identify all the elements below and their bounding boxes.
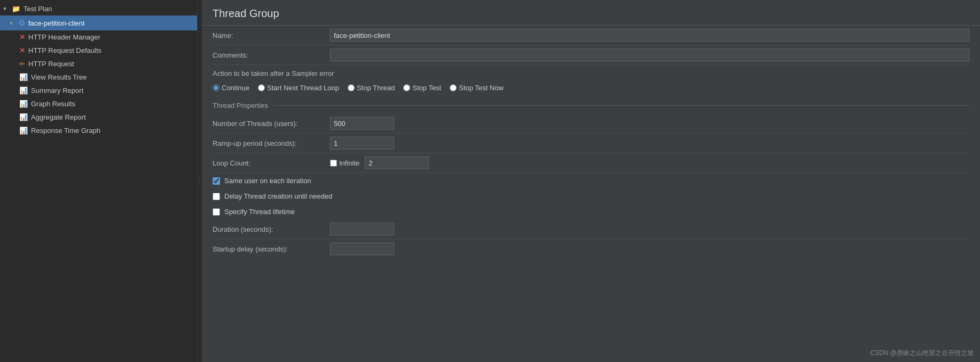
sidebar-item-label: Aggregate Report: [31, 113, 86, 121]
sidebar-item-graph-results[interactable]: 📊 Graph Results: [0, 97, 197, 111]
rampup-label: Ramp-up period (seconds):: [213, 139, 330, 147]
gear-icon: ⚙: [18, 18, 25, 28]
sidebar-item-label: Summary Report: [31, 86, 83, 95]
radio-stop-test-now[interactable]: Stop Test Now: [450, 84, 504, 92]
name-input[interactable]: [330, 29, 969, 42]
radio-stop-thread-label: Stop Thread: [357, 84, 395, 92]
chart-icon: 📊: [19, 127, 28, 135]
sidebar-item-face-petition-client[interactable]: ▼ ⚙ face-petition-client: [0, 15, 197, 30]
sidebar-item-http-request[interactable]: ✏ HTTP Request: [0, 57, 197, 70]
infinite-label: Infinite: [339, 159, 359, 167]
rampup-input[interactable]: [330, 137, 394, 149]
infinite-checkbox-group: Infinite: [330, 159, 359, 167]
x-icon: ✕: [19, 33, 25, 41]
comments-row: Comments:: [213, 45, 969, 65]
chart-icon: 📊: [19, 100, 28, 108]
sidebar: ▼ 📁 Test Plan ▼ ⚙ face-petition-client ✕…: [0, 0, 198, 362]
chart-icon: 📊: [19, 113, 28, 121]
num-threads-input[interactable]: [330, 117, 394, 130]
name-row: Name:: [213, 26, 969, 45]
sidebar-item-label: face-petition-client: [28, 19, 85, 27]
sidebar-item-http-request-defaults[interactable]: ✕ HTTP Request Defaults: [0, 44, 197, 57]
action-section-label: Action to be taken after a Sampler error: [213, 65, 969, 80]
sidebar-item-label: Response Time Graph: [31, 127, 100, 135]
sidebar-item-label: Test Plan: [23, 5, 52, 13]
radio-start-next-label: Start Next Thread Loop: [267, 84, 339, 92]
startup-delay-input[interactable]: [330, 242, 394, 255]
duration-label: Duration (seconds):: [213, 225, 330, 233]
delay-creation-label: Delay Thread creation until needed: [224, 192, 332, 200]
comments-input[interactable]: [330, 49, 969, 61]
sidebar-item-aggregate-report[interactable]: 📊 Aggregate Report: [0, 111, 197, 124]
loop-count-label: Loop Count:: [213, 159, 330, 167]
pencil-icon: ✏: [19, 60, 25, 68]
sidebar-item-label: View Results Tree: [31, 73, 87, 81]
specify-lifetime-checkbox[interactable]: [213, 208, 220, 216]
thread-props-label-text: Thread Properties: [213, 101, 268, 109]
sidebar-item-response-time-graph[interactable]: 📊 Response Time Graph: [0, 124, 197, 137]
page-title-text: Thread Group: [213, 7, 279, 19]
startup-delay-label: Startup delay (seconds):: [213, 245, 330, 253]
arrow-icon: ▼: [2, 6, 7, 12]
radio-start-next[interactable]: Start Next Thread Loop: [258, 84, 339, 92]
chart-icon: 📊: [19, 73, 28, 81]
loop-count-row: Loop Count: Infinite: [213, 153, 969, 173]
watermark-text: CSDN @愚昧之山绝望之谷开悟之坡: [870, 349, 974, 357]
delay-creation-checkbox[interactable]: [213, 193, 220, 200]
sidebar-item-http-header-manager[interactable]: ✕ HTTP Header Manager: [0, 30, 197, 44]
sidebar-item-view-results-tree[interactable]: 📊 View Results Tree: [0, 70, 197, 84]
duration-input[interactable]: [330, 223, 394, 235]
watermark: CSDN @愚昧之山绝望之谷开悟之坡: [870, 349, 974, 358]
same-user-checkbox[interactable]: [213, 177, 220, 185]
specify-lifetime-row: Specify Thread lifetime: [213, 204, 969, 219]
radio-stop-test[interactable]: Stop Test: [403, 84, 441, 92]
main-panel: Thread Group Name: Comments: Action to b…: [202, 0, 980, 362]
delay-creation-row: Delay Thread creation until needed: [213, 188, 969, 204]
sidebar-item-label: HTTP Request: [28, 60, 74, 68]
sidebar-item-label: Graph Results: [31, 100, 75, 108]
x-icon: ✕: [19, 46, 25, 54]
specify-lifetime-label: Specify Thread lifetime: [224, 208, 295, 216]
sidebar-item-summary-report[interactable]: 📊 Summary Report: [0, 84, 197, 97]
startup-delay-row: Startup delay (seconds):: [213, 239, 969, 258]
radio-stop-test-label: Stop Test: [412, 84, 441, 92]
num-threads-label: Number of Threads (users):: [213, 120, 330, 128]
sidebar-item-test-plan[interactable]: ▼ 📁 Test Plan: [0, 2, 197, 15]
same-user-label: Same user on each iteration: [224, 177, 311, 185]
sidebar-item-label: HTTP Header Manager: [28, 33, 100, 41]
comments-label: Comments:: [213, 51, 330, 59]
loop-count-input[interactable]: [365, 156, 429, 169]
thread-properties-section: Number of Threads (users): Ramp-up perio…: [213, 114, 969, 258]
duration-row: Duration (seconds):: [213, 219, 969, 239]
folder-icon: 📁: [12, 5, 20, 13]
num-threads-row: Number of Threads (users):: [213, 114, 969, 133]
radio-stop-test-now-label: Stop Test Now: [459, 84, 504, 92]
rampup-row: Ramp-up period (seconds):: [213, 133, 969, 153]
sidebar-item-label: HTTP Request Defaults: [28, 46, 101, 54]
page-title: Thread Group: [202, 0, 980, 26]
thread-props-section-title: Thread Properties: [213, 96, 969, 112]
radio-stop-thread[interactable]: Stop Thread: [348, 84, 395, 92]
radio-continue[interactable]: Continue: [213, 84, 249, 92]
resize-handle[interactable]: [198, 0, 202, 362]
arrow-icon: ▼: [9, 20, 14, 26]
same-user-row: Same user on each iteration: [213, 173, 969, 188]
infinite-checkbox[interactable]: [330, 160, 337, 167]
chart-icon: 📊: [19, 86, 28, 95]
form-area: Name: Comments: Action to be taken after…: [202, 26, 980, 362]
action-radio-group: Continue Start Next Thread Loop Stop Thr…: [213, 80, 969, 96]
radio-continue-label: Continue: [222, 84, 249, 92]
name-label: Name:: [213, 32, 330, 40]
